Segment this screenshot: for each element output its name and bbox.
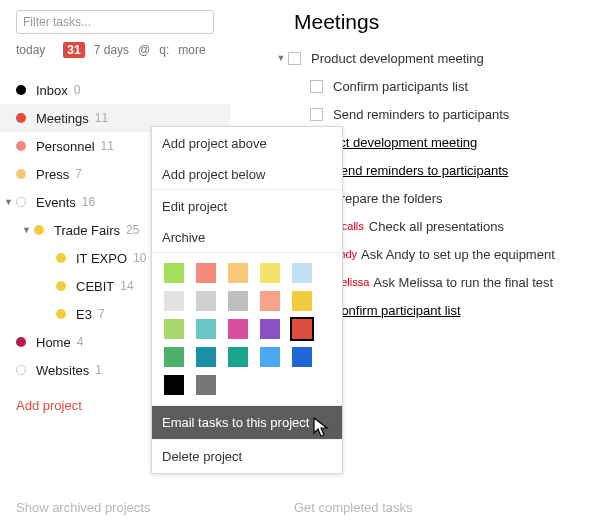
project-name: Press: [36, 167, 69, 182]
dot-icon: [56, 281, 66, 291]
ctx-edit[interactable]: Edit project: [152, 189, 342, 223]
task-row[interactable]: Send reminders to participants: [296, 100, 593, 128]
color-swatch[interactable]: [196, 291, 216, 311]
color-swatch[interactable]: [164, 291, 184, 311]
color-swatch[interactable]: [164, 319, 184, 339]
project-count: 25: [126, 223, 139, 237]
task-row[interactable]: recallsCheck all presentations: [318, 212, 593, 240]
color-swatch[interactable]: [196, 263, 216, 283]
color-swatch[interactable]: [260, 347, 280, 367]
ctx-add-below[interactable]: Add project below: [152, 160, 342, 189]
checkbox[interactable]: [310, 108, 323, 121]
color-swatch[interactable]: [260, 319, 280, 339]
project-context-menu: Add project above Add project below Edit…: [151, 126, 343, 474]
task-title: Check all presentations: [369, 219, 504, 234]
dot-icon: [16, 337, 26, 347]
task-title[interactable]: Send reminders to participants: [332, 163, 508, 178]
task-title: Product development meeting: [311, 51, 484, 66]
color-swatch[interactable]: [292, 263, 312, 283]
task-row[interactable]: AndyAsk Andy to set up the equipment: [318, 240, 593, 268]
color-swatch[interactable]: [164, 347, 184, 367]
color-swatch[interactable]: [196, 319, 216, 339]
project-count: 4: [77, 335, 84, 349]
task-title: Ask Melissa to run the final test: [373, 275, 553, 290]
project-count: 16: [82, 195, 95, 209]
project-name: IT EXPO: [76, 251, 127, 266]
task-row[interactable]: Confirm participant list: [318, 296, 593, 324]
task-row[interactable]: MelissaAsk Melissa to run the final test: [318, 268, 593, 296]
task-title: Ask Andy to set up the equipment: [361, 247, 555, 262]
ctx-archive[interactable]: Archive: [152, 223, 342, 252]
project-count: 0: [74, 83, 81, 97]
task-row[interactable]: uct development meeting: [318, 128, 593, 156]
chevron-down-icon[interactable]: ▼: [22, 225, 31, 235]
dot-icon: [56, 309, 66, 319]
chip-7days[interactable]: 7 days: [94, 43, 129, 57]
task-row[interactable]: Prepare the folders: [318, 184, 593, 212]
task-title: Prepare the folders: [332, 191, 443, 206]
dot-icon: [16, 197, 26, 207]
dot-icon: [16, 141, 26, 151]
color-swatch[interactable]: [260, 291, 280, 311]
chip-today[interactable]: today: [16, 43, 54, 58]
color-swatch[interactable]: [292, 347, 312, 367]
dot-icon: [16, 85, 26, 95]
color-swatch[interactable]: [292, 291, 312, 311]
chevron-down-icon[interactable]: ▼: [4, 197, 13, 207]
color-swatch[interactable]: [164, 263, 184, 283]
project-name: Meetings: [36, 111, 89, 126]
task-title: Confirm participants list: [333, 79, 468, 94]
project-count: 14: [120, 279, 133, 293]
ctx-delete[interactable]: Delete project: [152, 439, 342, 473]
task-title[interactable]: uct development meeting: [332, 135, 477, 150]
project-count: 7: [75, 167, 82, 181]
project-name: Inbox: [36, 83, 68, 98]
project-count: 11: [101, 139, 114, 153]
filter-tasks-input[interactable]: [16, 10, 214, 34]
project-name: Events: [36, 195, 76, 210]
project-count: 11: [95, 111, 108, 125]
section-title: Meetings: [294, 10, 593, 34]
dot-icon: [16, 365, 26, 375]
chip-more[interactable]: more: [178, 43, 205, 57]
project-name: CEBIT: [76, 279, 114, 294]
chip-at[interactable]: @: [138, 43, 150, 57]
dot-icon: [16, 113, 26, 123]
checkbox[interactable]: [310, 80, 323, 93]
color-swatch[interactable]: [292, 319, 312, 339]
dot-icon: [16, 169, 26, 179]
task-title: Send reminders to participants: [333, 107, 509, 122]
task-row[interactable]: Confirm participants list: [296, 72, 593, 100]
color-swatch[interactable]: [228, 263, 248, 283]
color-swatch[interactable]: [228, 347, 248, 367]
chevron-down-icon[interactable]: ▼: [274, 53, 288, 63]
project-count: 10: [133, 251, 146, 265]
project-count: 7: [98, 307, 105, 321]
color-palette: [152, 252, 342, 405]
project-name: Websites: [36, 363, 89, 378]
chip-date[interactable]: 31: [63, 42, 84, 58]
task-row[interactable]: ▼Product development meeting: [274, 44, 593, 72]
project-name: Home: [36, 335, 71, 350]
filter-chips: today317 days@q:more: [16, 42, 230, 58]
color-swatch[interactable]: [228, 291, 248, 311]
color-swatch[interactable]: [196, 347, 216, 367]
show-archived-link[interactable]: Show archived projects: [16, 500, 150, 515]
color-swatch[interactable]: [260, 263, 280, 283]
checkbox[interactable]: [288, 52, 301, 65]
task-title[interactable]: Confirm participant list: [332, 303, 461, 318]
task-row[interactable]: Send reminders to participants: [318, 156, 593, 184]
project-count: 1: [95, 363, 102, 377]
get-completed-link[interactable]: Get completed tasks: [294, 500, 413, 515]
ctx-add-above[interactable]: Add project above: [152, 127, 342, 160]
dot-icon: [34, 225, 44, 235]
project-inbox[interactable]: Inbox0: [0, 76, 230, 104]
chip-q[interactable]: q:: [159, 43, 169, 57]
color-swatch[interactable]: [196, 375, 216, 395]
project-name: E3: [76, 307, 92, 322]
color-swatch[interactable]: [228, 319, 248, 339]
project-name: Trade Fairs: [54, 223, 120, 238]
color-swatch[interactable]: [164, 375, 184, 395]
project-name: Personnel: [36, 139, 95, 154]
ctx-email-tasks[interactable]: Email tasks to this project: [152, 405, 342, 439]
